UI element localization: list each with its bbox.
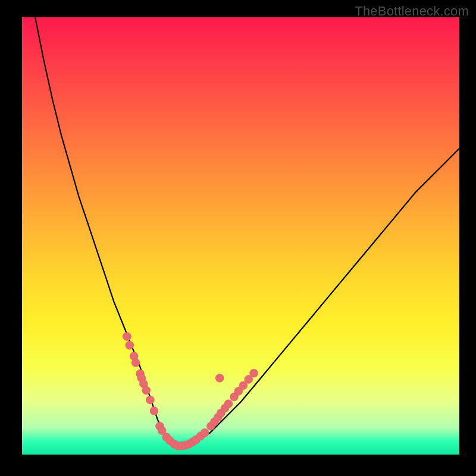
plot-area bbox=[22, 17, 459, 455]
chart-svg bbox=[22, 17, 459, 455]
data-point bbox=[201, 428, 209, 437]
data-point bbox=[126, 341, 134, 349]
data-point bbox=[131, 359, 140, 367]
data-point bbox=[150, 407, 158, 415]
data-point bbox=[224, 400, 233, 408]
chart-frame: TheBottleneck.com bbox=[0, 0, 476, 476]
data-markers bbox=[123, 333, 258, 450]
data-point bbox=[123, 333, 131, 341]
data-point bbox=[146, 396, 154, 404]
data-point bbox=[250, 369, 258, 377]
watermark-text: TheBottleneck.com bbox=[355, 4, 469, 19]
data-point bbox=[142, 386, 151, 394]
data-point bbox=[215, 374, 224, 382]
